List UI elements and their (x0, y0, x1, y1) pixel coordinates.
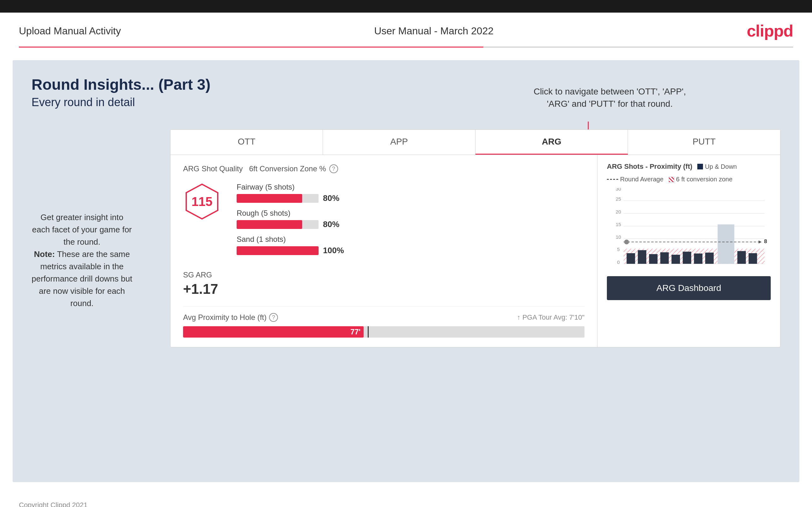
proximity-section: Avg Proximity to Hole (ft) ? ↑ PGA Tour … (183, 306, 585, 338)
tab-putt[interactable]: PUTT (628, 130, 780, 155)
svg-text:10: 10 (616, 234, 621, 240)
sg-section: SG ARG +1.17 (183, 271, 585, 297)
fairway-bar-fill (237, 194, 302, 203)
sand-label: Sand (1 shots) (237, 235, 585, 244)
svg-rect-24 (683, 251, 691, 264)
svg-rect-21 (649, 254, 658, 264)
svg-text:8: 8 (764, 238, 767, 244)
fairway-bar-bg (237, 194, 318, 203)
svg-text:0: 0 (617, 260, 620, 265)
cursor-bar (368, 326, 369, 338)
shot-quality-section: Fairway (5 shots) 80% Rough (5 shots) (237, 183, 585, 261)
hex-container: 115 Fairway (5 shots) 80% (183, 183, 585, 261)
legend-square-icon (697, 164, 703, 169)
sand-pct: 100% (323, 246, 344, 256)
hexagon: 115 (183, 183, 221, 220)
main-content: Round Insights... (Part 3) Every round i… (13, 60, 799, 482)
tab-ott[interactable]: OTT (170, 130, 323, 155)
shot-row-rough: Rough (5 shots) 80% (237, 209, 585, 229)
legend-hatch-icon (669, 177, 674, 182)
nav-hint-line1: Click to navigate between 'OTT', 'APP', (534, 87, 686, 96)
legend-6ft: 6 ft conversion zone (669, 176, 732, 183)
svg-rect-28 (737, 251, 746, 264)
svg-rect-29 (749, 253, 757, 264)
tab-bar: OTT APP ARG PUTT (170, 130, 780, 155)
svg-rect-19 (627, 253, 635, 264)
svg-text:25: 25 (616, 196, 621, 202)
shot-row-fairway: Fairway (5 shots) 80% (237, 183, 585, 203)
sand-bar-bg (237, 246, 318, 255)
sg-label: SG ARG (183, 271, 585, 279)
proximity-label: Avg Proximity to Hole (ft) ? (183, 313, 278, 322)
rough-bar-fill (237, 220, 302, 229)
rough-pct: 80% (323, 220, 339, 229)
conversion-info-icon[interactable]: ? (329, 164, 338, 173)
svg-rect-23 (671, 255, 680, 264)
clippd-logo: clippd (747, 21, 793, 40)
tab-app[interactable]: APP (323, 130, 475, 155)
svg-rect-25 (694, 253, 702, 264)
round-insights-card: OTT APP ARG PUTT ARG Shot Quality 6ft Co… (170, 129, 780, 347)
proximity-bar-bg: 77' (183, 326, 585, 338)
desc-line8: visible for each round. (70, 286, 125, 308)
sg-value: +1.17 (183, 281, 585, 297)
nav-hint-line2: 'ARG' and 'PUTT' for that round. (547, 99, 673, 109)
shot-row-sand: Sand (1 shots) 100% (237, 235, 585, 256)
copyright: Copyright Clippd 2021 (19, 501, 88, 507)
sand-bar-fill (237, 246, 318, 255)
chart-area: 0 5 10 15 20 25 30 (607, 188, 771, 270)
top-bar (0, 0, 812, 13)
desc-note: Note: (34, 249, 55, 259)
svg-marker-32 (758, 240, 762, 244)
svg-rect-20 (638, 250, 646, 264)
legend-updown-label: Up & Down (705, 163, 737, 170)
left-panel: ARG Shot Quality 6ft Conversion Zone % ?… (170, 155, 597, 347)
svg-rect-22 (660, 252, 669, 264)
card-body: ARG Shot Quality 6ft Conversion Zone % ?… (170, 155, 780, 347)
proximity-info-icon[interactable]: ? (269, 313, 278, 322)
legend-round-avg: Round Average (607, 176, 664, 183)
tab-arg[interactable]: ARG (475, 130, 628, 155)
legend-6ft-label: 6 ft conversion zone (676, 176, 732, 183)
fairway-pct: 80% (323, 193, 339, 203)
footer: Copyright Clippd 2021 (0, 495, 812, 507)
svg-text:15: 15 (616, 222, 621, 227)
desc-line4: These are the (55, 249, 107, 259)
proximity-header: Avg Proximity to Hole (ft) ? ↑ PGA Tour … (183, 313, 585, 322)
chart-svg: 0 5 10 15 20 25 30 (607, 188, 771, 270)
proximity-bar-fill: 77' (183, 326, 364, 338)
rough-bar-bg (237, 220, 318, 229)
header: Upload Manual Activity User Manual - Mar… (0, 13, 812, 47)
desc-line1: Get greater insight into (40, 213, 123, 222)
legend-round-avg-label: Round Average (620, 176, 664, 183)
arg-dashboard-button[interactable]: ARG Dashboard (607, 276, 771, 300)
svg-point-31 (624, 240, 629, 244)
desc-line2: each facet of your (32, 225, 97, 234)
proximity-value: 77' (350, 328, 360, 336)
proximity-pga: ↑ PGA Tour Avg: 7'10" (517, 313, 585, 322)
upload-label: Upload Manual Activity (19, 25, 121, 37)
nav-hint: Click to navigate between 'OTT', 'APP', … (534, 86, 686, 110)
right-panel: ARG Shots - Proximity (ft) Up & Down Rou… (597, 155, 780, 347)
fairway-label: Fairway (5 shots) (237, 183, 585, 191)
conversion-label: 6ft Conversion Zone % ? (249, 164, 338, 173)
legend-dashed-icon (607, 179, 618, 180)
chart-title: ARG Shots - Proximity (ft) (607, 163, 692, 171)
svg-text:5: 5 (617, 246, 620, 252)
svg-text:20: 20 (616, 209, 621, 215)
svg-text:30: 30 (616, 188, 621, 191)
right-panel-header: ARG Shots - Proximity (ft) Up & Down Rou… (607, 163, 771, 183)
left-description: Get greater insight into each facet of y… (32, 211, 132, 309)
panel-header: ARG Shot Quality 6ft Conversion Zone % ? (183, 164, 585, 173)
hexagon-value: 115 (192, 194, 213, 209)
svg-rect-26 (717, 225, 734, 264)
rough-label: Rough (5 shots) (237, 209, 585, 218)
center-label: User Manual - March 2022 (374, 25, 494, 37)
header-divider (19, 47, 793, 48)
svg-rect-27 (705, 252, 714, 264)
shot-quality-label: ARG Shot Quality (183, 164, 243, 173)
legend-updown: Up & Down (697, 163, 737, 170)
